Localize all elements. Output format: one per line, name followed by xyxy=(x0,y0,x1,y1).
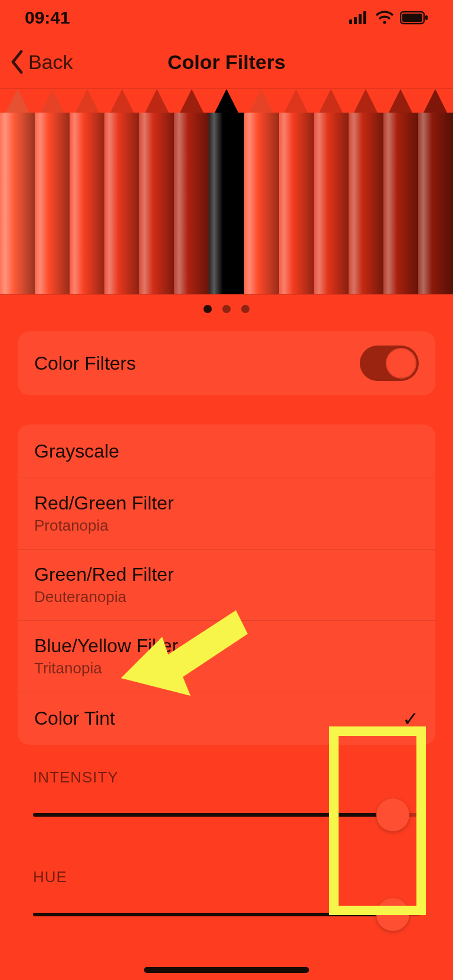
slider-fill xyxy=(33,913,393,916)
pencil xyxy=(383,113,418,294)
pencil xyxy=(139,113,174,294)
filter-row-color-tint[interactable]: Color Tint✓ xyxy=(18,692,435,745)
svg-point-4 xyxy=(383,21,386,24)
filter-title: Grayscale xyxy=(34,440,119,462)
hue-header: HUE xyxy=(33,868,420,886)
filter-subtitle: Deuteranopia xyxy=(34,588,174,606)
status-icons xyxy=(349,11,428,25)
preview-carousel[interactable] xyxy=(0,88,453,295)
battery-icon xyxy=(400,11,428,25)
pencil xyxy=(314,113,349,294)
wifi-icon xyxy=(375,11,394,25)
toggle-knob xyxy=(386,348,416,379)
page-title: Color Filters xyxy=(168,51,285,74)
page-dot[interactable] xyxy=(241,305,250,313)
svg-rect-6 xyxy=(402,14,422,22)
svg-rect-1 xyxy=(354,17,357,24)
svg-rect-0 xyxy=(349,19,352,24)
filter-title: Color Tint xyxy=(34,708,115,729)
filter-row-red-green-filter[interactable]: Red/Green FilterProtanopia xyxy=(18,478,435,549)
pencil xyxy=(279,113,314,294)
chevron-left-icon xyxy=(9,50,25,74)
back-button[interactable]: Back xyxy=(9,50,73,74)
pencil xyxy=(349,113,383,294)
svg-rect-7 xyxy=(425,15,428,20)
page-dot[interactable] xyxy=(203,305,212,313)
filter-row-green-red-filter[interactable]: Green/Red FilterDeuteranopia xyxy=(18,549,435,620)
color-filters-toggle[interactable] xyxy=(360,346,419,381)
page-dots[interactable] xyxy=(0,295,453,323)
checkmark-icon: ✓ xyxy=(402,707,419,731)
svg-rect-3 xyxy=(363,11,366,24)
back-label: Back xyxy=(28,51,73,74)
status-time: 09:41 xyxy=(25,8,70,28)
filter-row-grayscale[interactable]: Grayscale xyxy=(18,425,435,478)
intensity-header: INTENSITY xyxy=(33,768,420,787)
color-filters-row[interactable]: Color Filters xyxy=(18,331,435,395)
pencil xyxy=(104,113,139,294)
filter-title: Blue/Yellow Filter xyxy=(34,635,178,657)
pencil xyxy=(418,113,453,294)
slider-fill xyxy=(33,813,393,817)
svg-rect-2 xyxy=(359,14,362,24)
pencil xyxy=(35,113,70,294)
filter-title: Green/Red Filter xyxy=(34,564,174,586)
pencil xyxy=(174,113,209,294)
color-filters-label: Color Filters xyxy=(34,353,136,374)
filter-subtitle: Protanopia xyxy=(34,517,174,535)
home-indicator xyxy=(144,967,309,973)
pencil xyxy=(70,113,104,294)
nav-bar: Back Color Filters xyxy=(0,35,453,88)
pencil xyxy=(244,113,279,294)
page-dot[interactable] xyxy=(222,305,231,313)
pencil xyxy=(209,113,244,294)
status-bar: 09:41 xyxy=(0,0,453,35)
intensity-slider[interactable] xyxy=(33,797,420,833)
slider-thumb[interactable] xyxy=(376,798,409,831)
filter-subtitle: Tritanopia xyxy=(34,659,178,678)
cellular-icon xyxy=(349,11,369,24)
slider-thumb[interactable] xyxy=(376,898,409,931)
toggle-group: Color Filters xyxy=(18,331,435,395)
filter-row-blue-yellow-filter[interactable]: Blue/Yellow FilterTritanopia xyxy=(18,620,435,692)
hue-slider[interactable] xyxy=(33,897,420,932)
filter-list: GrayscaleRed/Green FilterProtanopiaGreen… xyxy=(18,425,435,745)
pencil xyxy=(0,113,35,294)
filter-title: Red/Green Filter xyxy=(34,492,174,514)
